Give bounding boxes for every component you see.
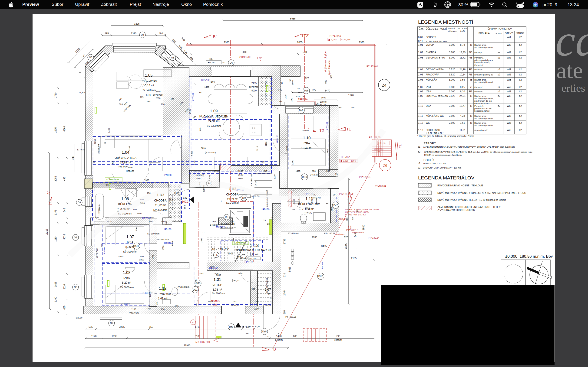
svg-text:180,54: 180,54 (378, 142, 386, 144)
svg-text:540: 540 (183, 50, 188, 55)
svg-text:PT=178,62: PT=178,62 (329, 34, 341, 37)
svg-text:5035: 5035 (63, 234, 66, 240)
svg-text:◨-0,020: ◨-0,020 (242, 325, 251, 328)
svg-text:550: 550 (183, 205, 186, 209)
svg-text:Wi2: Wi2 (507, 43, 511, 46)
svg-text:1.10: 1.10 (303, 136, 311, 140)
svg-text:IZBA: IZBA (426, 90, 431, 93)
svg-text:2070(790): 2070(790) (97, 143, 100, 153)
svg-text:1495: 1495 (108, 128, 110, 133)
svg-text:480: 480 (159, 32, 163, 35)
svg-text:520: 520 (351, 106, 355, 109)
svg-text:13,47 m²: 13,47 m² (301, 146, 312, 150)
svg-text:1350: 1350 (148, 292, 151, 297)
svg-text:O5: O5 (171, 56, 174, 59)
svg-text:1950: 1950 (305, 207, 310, 209)
svg-text:Wi2: Wi2 (507, 104, 511, 107)
svg-text:495: 495 (104, 32, 109, 35)
svg-text:8,78: 8,78 (460, 43, 465, 46)
svg-text:2450(0): 2450(0) (231, 304, 239, 306)
svg-text:OBÝVACIA IZBA: OBÝVACIA IZBA (426, 68, 444, 71)
svg-text:1520: 1520 (348, 94, 354, 97)
svg-text:20: 20 (333, 193, 336, 196)
svg-text:1510: 1510 (254, 181, 257, 186)
svg-text:930: 930 (324, 80, 327, 83)
svg-text:1425: 1425 (209, 81, 215, 83)
svg-text:1110: 1110 (54, 237, 57, 242)
svg-text:2320: 2320 (131, 32, 136, 35)
svg-text:DNO PRIEHLB.: DNO PRIEHLB. (221, 223, 235, 225)
svg-text:485: 485 (63, 306, 66, 310)
svg-text:◨-3,042: ◨-3,042 (328, 38, 337, 41)
svg-text:b2: b2 (519, 129, 522, 131)
svg-text:905: 905 (251, 288, 255, 290)
svg-text:135: 135 (270, 297, 273, 300)
svg-text:PT=180,04: PT=180,04 (375, 185, 386, 188)
svg-text:Pi3: Pi3 (468, 73, 472, 76)
svg-text:1 %: 1 % (257, 56, 261, 59)
svg-text:Parkety 1,: Parkety 1, (474, 57, 484, 59)
svg-text:3,56: 3,56 (460, 78, 465, 81)
svg-text:700: 700 (161, 103, 164, 105)
svg-text:IZBA: IZBA (303, 142, 310, 145)
svg-text:T2`: T2` (303, 34, 310, 38)
svg-text:100: 100 (290, 98, 293, 102)
svg-text:850: 850 (298, 91, 302, 94)
svg-text:5225: 5225 (190, 151, 193, 156)
svg-text:pri dverách do ext.-: pri dverách do ext.- (474, 108, 493, 110)
svg-text:Pi3: Pi3 (468, 121, 472, 124)
svg-text:4680: 4680 (286, 146, 288, 151)
svg-text:27: 27 (202, 231, 205, 234)
svg-text:150: 150 (149, 220, 152, 223)
svg-text:◧-3,920: ◧-3,920 (221, 226, 228, 229)
svg-text:2905: 2905 (54, 127, 57, 133)
svg-text:UPN160: UPN160 (244, 261, 253, 263)
svg-text:3.000: 3.000 (449, 78, 455, 81)
svg-text:685: 685 (95, 216, 99, 219)
svg-text:HEB160: HEB160 (261, 208, 270, 211)
svg-text:SV 3000mm: SV 3000mm (177, 286, 190, 288)
svg-text:3270(0): 3270(0) (196, 174, 204, 176)
svg-text:19,99 m²: 19,99 m² (227, 198, 238, 201)
svg-text:150: 150 (149, 325, 153, 328)
svg-text:alt. prírodný kameň: alt. prírodný kameň (474, 125, 493, 127)
svg-text:495: 495 (63, 177, 66, 181)
svg-text:1250: 1250 (238, 170, 243, 172)
svg-text:740: 740 (181, 37, 186, 42)
svg-text:NOVÉ MURIVO Z TVÁRNIC YTONG hr: NOVÉ MURIVO Z TVÁRNIC YTONG hr. 75 a 150… (437, 192, 526, 194)
svg-text:* Dlažba gres hr. 6-8mm, alt.: * Dlažba gres hr. 6-8mm, alt. prírodný k… (417, 135, 474, 137)
svg-text:1.09: 1.09 (210, 109, 217, 113)
svg-text:350: 350 (291, 208, 295, 210)
svg-text:pi 20. 9.: pi 20. 9. (543, 2, 559, 7)
svg-text:Wi3: Wi3 (507, 114, 511, 117)
svg-text:1.04: 1.04 (418, 68, 423, 71)
svg-text:PT=179,01: PT=179,01 (366, 65, 378, 68)
svg-text:UPN160: UPN160 (201, 79, 210, 82)
svg-text:O9: O9 (78, 201, 81, 204)
svg-text:p1: p1 (418, 162, 420, 165)
svg-text:Dlažba gres,: Dlažba gres, (474, 115, 486, 117)
svg-text:13:24: 13:24 (568, 2, 579, 7)
svg-text:LEGENDA MIESTNOSTÍ: LEGENDA MIESTNOSTÍ (418, 19, 473, 25)
svg-text:505: 505 (283, 310, 286, 314)
svg-text:Dlažba gres,: Dlažba gres, (474, 79, 486, 81)
svg-text:BRÁNKA: BRÁNKA (336, 234, 345, 236)
svg-text:85: 85 (326, 202, 329, 205)
svg-text:1.11: 1.11 (418, 114, 423, 117)
svg-text:PÔVODNÉ MURIVO NOSNÉ - TEHLOVÉ: PÔVODNÉ MURIVO NOSNÉ - TEHLOVÉ (437, 184, 483, 187)
svg-text:=176,64: =176,64 (229, 226, 236, 229)
svg-text:1230: 1230 (244, 332, 249, 335)
svg-text:SV 3520mm: SV 3520mm (153, 209, 168, 211)
svg-text:810: 810 (118, 97, 122, 101)
svg-text:1250: 1250 (94, 139, 96, 144)
svg-text:3.000: 3.000 (449, 43, 455, 46)
svg-text:1910: 1910 (214, 170, 218, 172)
svg-text:UPN160: UPN160 (103, 247, 105, 255)
svg-text:1115: 1115 (330, 207, 333, 211)
svg-text:2.600: 2.600 (449, 121, 455, 124)
svg-text:(m2): (m2) (460, 30, 465, 32)
svg-text:1.10: 1.10 (418, 104, 423, 107)
svg-text:rošt: rošt (378, 151, 380, 152)
svg-text:VÝŤAHOVÁ ŠACHTA: VÝŤAHOVÁ ŠACHTA (426, 40, 448, 42)
svg-text:800: 800 (312, 170, 316, 172)
